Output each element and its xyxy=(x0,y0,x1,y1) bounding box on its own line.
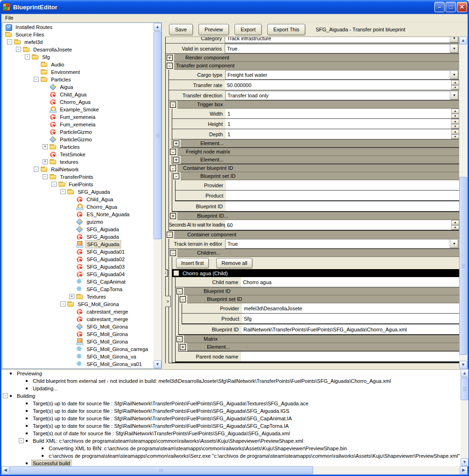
tree-item[interactable]: Fum_xemeneia xyxy=(3,113,153,121)
tree-scrollbar[interactable]: ▲ ▼ xyxy=(154,23,161,368)
scroll-up-icon[interactable]: ▲ xyxy=(154,23,161,31)
tree-item[interactable]: ParticleGizmo xyxy=(3,128,153,136)
tree-scrollbar-thumb[interactable] xyxy=(154,31,161,239)
title-bar[interactable]: BlueprintEditor – □ ✕ xyxy=(0,0,469,14)
tree-item[interactable]: SFG_Moll_Girona_va01 xyxy=(3,360,153,368)
spin-up-icon[interactable]: ▲ xyxy=(451,129,459,134)
tree-item[interactable]: - DesarrollaJosete xyxy=(3,46,153,53)
tree-item[interactable]: SFG_Aiguada03 xyxy=(3,263,153,271)
spin-down-icon[interactable]: ▼ xyxy=(451,134,459,139)
tree-item[interactable]: SFG_Aiguada02 xyxy=(3,256,153,263)
expander-icon[interactable]: - xyxy=(51,182,57,187)
collapse-button[interactable]: - xyxy=(170,149,176,155)
remove-child-button[interactable]: X xyxy=(165,270,168,277)
chevron-down-icon[interactable]: ▼ xyxy=(450,240,458,248)
transfer-direction-dropdown[interactable]: Transfer load only ▼ xyxy=(225,91,459,100)
chevron-down-icon[interactable]: ▼ xyxy=(450,44,458,53)
expand-button[interactable]: + xyxy=(167,55,173,61)
tree-item[interactable]: ES_Norte_Aguada xyxy=(3,211,153,218)
save-button[interactable]: Save xyxy=(169,24,193,35)
remove-all-button[interactable]: Remove all xyxy=(216,258,252,268)
provider-field[interactable] xyxy=(226,180,459,190)
log-hscrollbar-thumb[interactable] xyxy=(10,466,313,474)
expander-icon[interactable]: - xyxy=(60,301,66,307)
collapse-button[interactable]: - xyxy=(176,288,183,294)
collapse-button[interactable]: - xyxy=(167,232,173,238)
cargo-type-dropdown[interactable]: Freight fuel water ▼ xyxy=(225,70,459,80)
expander-icon[interactable]: - xyxy=(16,47,21,52)
log-item[interactable]: Target(s) up to date for source file : S… xyxy=(1,422,461,430)
category-dropdown[interactable]: Track infrastructure ▼ xyxy=(225,37,459,43)
minimize-button[interactable]: – xyxy=(434,2,445,12)
spin-down-icon[interactable]: ▼ xyxy=(451,225,459,230)
tree-item[interactable]: SFG_Aiguada01 xyxy=(3,248,153,256)
log-item[interactable]: Target(s) up to date for source file : S… xyxy=(1,407,461,415)
tree-item[interactable]: + textures xyxy=(3,158,153,166)
collapse-button[interactable]: - xyxy=(170,102,176,108)
tree-item[interactable]: - mefel3d xyxy=(3,38,153,46)
tree-item[interactable]: - TransferPoints xyxy=(3,173,153,181)
log-scrollbar-vertical[interactable]: ▲ ▼ xyxy=(461,369,469,466)
spin-up-icon[interactable]: ▲ xyxy=(451,220,459,225)
expander-icon[interactable]: - xyxy=(3,393,8,398)
tree-item[interactable]: SFG_Aiguada xyxy=(3,241,153,248)
spinner[interactable]: ▲▼ xyxy=(451,109,459,118)
spinner[interactable]: ▲▼ xyxy=(451,80,459,90)
tree-item[interactable]: guizmo xyxy=(3,218,153,226)
tree-item[interactable]: Chorro_Agua xyxy=(3,203,153,211)
tree-item[interactable]: - SFG_Moll_Girona xyxy=(3,300,153,308)
spin-up-icon[interactable]: ▲ xyxy=(451,109,459,114)
expander-icon[interactable]: - xyxy=(7,39,12,44)
expander-icon[interactable]: - xyxy=(25,54,30,59)
scroll-up-icon[interactable]: ▲ xyxy=(461,369,469,377)
collapse-button[interactable]: - xyxy=(170,165,176,171)
spin-down-icon[interactable]: ▼ xyxy=(451,85,459,90)
export-button[interactable]: Export xyxy=(234,24,262,35)
tree-item[interactable]: Environment xyxy=(3,68,153,76)
expander-icon[interactable]: - xyxy=(43,174,48,179)
chevron-down-icon[interactable]: ▼ xyxy=(450,37,458,43)
tree-item[interactable]: Example_Smoke xyxy=(3,106,153,113)
expand-button[interactable]: + xyxy=(173,140,179,146)
scroll-left-icon[interactable]: ◀ xyxy=(1,466,9,474)
tree-item[interactable]: cabrestant_merge xyxy=(3,308,153,315)
depth-field[interactable]: 1 ▲▼ xyxy=(226,129,459,139)
child-provider-field[interactable]: mefel3d\DesarrollaJosete xyxy=(242,303,459,313)
tree-item[interactable]: Child_Agua xyxy=(3,91,153,98)
log-item[interactable]: Successful build xyxy=(1,460,461,467)
transfer-rate-field[interactable]: 50.000000 ▲▼ xyxy=(225,80,459,90)
expander-icon[interactable]: + xyxy=(43,159,48,164)
tree-item[interactable]: Aigua xyxy=(3,83,153,91)
tree-item[interactable]: - SFG_Aiguada xyxy=(3,188,153,196)
expand-button[interactable]: + xyxy=(173,157,179,163)
scroll-up-icon[interactable]: ▲ xyxy=(459,37,467,44)
spin-down-icon[interactable]: ▼ xyxy=(451,114,459,119)
log-item[interactable]: - Building xyxy=(1,392,461,400)
log-item[interactable]: - Build XML: c:\archivos de programa\ste… xyxy=(1,437,461,445)
child-item-header[interactable]: X - Chorro agua (Child) xyxy=(172,269,459,277)
log-scrollbar-thumb[interactable] xyxy=(461,378,469,400)
tree-item[interactable]: - FuelPoints xyxy=(3,181,153,188)
tree-item[interactable]: SFG_CapAnimat xyxy=(3,278,153,286)
tree-item[interactable]: - Sfg xyxy=(3,53,153,61)
blueprint-id-field[interactable] xyxy=(226,201,459,211)
menu-file[interactable]: File xyxy=(1,14,17,22)
tree-item[interactable]: Audio xyxy=(3,61,153,68)
parent-node-name-field[interactable] xyxy=(241,352,459,361)
tree-item[interactable]: SFG_Aiguada xyxy=(3,233,153,241)
maximize-button[interactable]: □ xyxy=(446,2,456,12)
collapse-button[interactable]: - xyxy=(176,336,183,342)
tree-item[interactable]: Installed Routes xyxy=(3,23,153,31)
tree-item[interactable]: TestSmoke xyxy=(3,151,153,158)
log-item[interactable]: c:\archivos de programa\steam\steamapps\… xyxy=(1,452,461,460)
height-field[interactable]: 1 ▲▼ xyxy=(226,119,459,129)
tree-item[interactable]: SFG_Aiguada xyxy=(3,226,153,233)
expander-icon[interactable]: - xyxy=(34,167,39,172)
tree-item[interactable]: Child_Agua xyxy=(3,196,153,203)
tree-item[interactable]: SFG_Moll_Girona xyxy=(3,338,153,345)
tree-item[interactable]: cabrestant_merge xyxy=(3,315,153,323)
chevron-down-icon[interactable]: ▼ xyxy=(450,91,458,100)
tree-item[interactable]: Fum_xemeneia xyxy=(3,121,153,128)
collapse-button[interactable]: - xyxy=(173,173,179,179)
log-item[interactable]: Target(s) out of date for source file : … xyxy=(1,430,461,437)
